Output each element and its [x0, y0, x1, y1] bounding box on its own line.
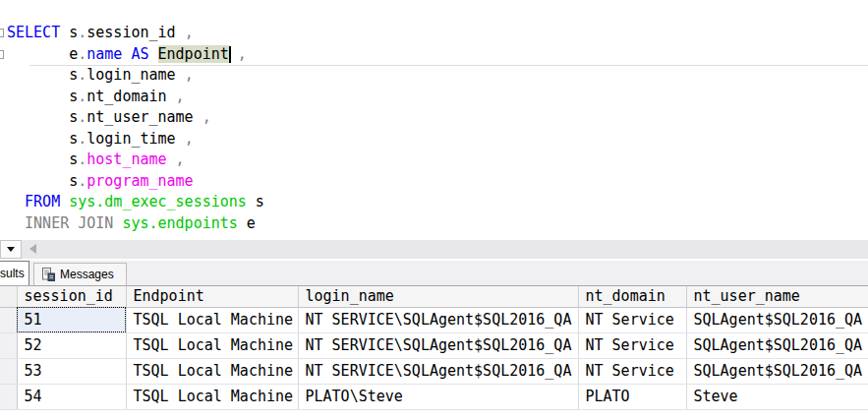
code-token: [7, 214, 25, 232]
code-token: .: [78, 24, 87, 41]
code-token: name: [87, 45, 122, 63]
code-token: s: [60, 24, 78, 41]
code-token: [167, 88, 176, 105]
tab-messages[interactable]: Messages: [33, 263, 127, 285]
code-line: s.host_name ,: [7, 150, 868, 171]
code-token: ,: [238, 45, 247, 63]
scroll-left-icon[interactable]: [29, 244, 36, 254]
tab-messages-label: Messages: [60, 268, 114, 281]
code-token: [167, 150, 176, 168]
row-header[interactable]: [0, 384, 17, 409]
grid-cell[interactable]: 51: [17, 307, 126, 332]
grid-cell[interactable]: PLATO\Steve: [298, 384, 578, 409]
code-token: FROM: [25, 193, 60, 210]
code-token: [60, 193, 69, 210]
grid-cell[interactable]: Steve: [686, 384, 868, 409]
tab-results-label: sults: [0, 267, 25, 280]
code-token: [176, 66, 185, 84]
code-token: SELECT: [7, 24, 60, 41]
scrollbar-dropdown-button[interactable]: [0, 240, 22, 259]
code-token: .: [78, 66, 87, 84]
grid-cell[interactable]: SQLAgent$SQL2016_QA: [686, 332, 868, 358]
grid-cell[interactable]: NT Service: [578, 307, 686, 332]
column-header-nt_user_name[interactable]: nt_user_name: [686, 286, 868, 307]
code-line: s.program_name: [7, 171, 868, 193]
grid-cell[interactable]: PLATO: [578, 384, 686, 409]
grid-cell[interactable]: NT SERVICE\SQLAgent$SQL2016_QA: [298, 307, 578, 332]
code-token: .: [78, 150, 87, 168]
code-token: login_time: [87, 130, 175, 148]
tab-results[interactable]: sults: [0, 261, 29, 285]
code-token: [176, 130, 185, 148]
grid-cell[interactable]: NT Service: [578, 358, 686, 384]
grid-cell[interactable]: TSQL Local Machine: [126, 332, 298, 358]
code-collapse-box[interactable]: [0, 50, 4, 59]
row-header[interactable]: [0, 332, 17, 358]
sql-editor[interactable]: SELECT s.session_id , e.name AS Endpoint…: [0, 0, 868, 240]
code-line: s.nt_user_name ,: [7, 107, 868, 129]
column-header-nt_domain[interactable]: nt_domain: [578, 286, 686, 307]
grid-cell[interactable]: 52: [17, 332, 126, 358]
code-token: sys.dm_exec_sessions: [69, 193, 247, 210]
code-token: ,: [203, 108, 211, 126]
code-token: host_name: [87, 150, 166, 168]
code-line: INNER JOIN sys.endpoints e: [7, 213, 868, 235]
code-line: FROM sys.dm_exec_sessions s: [7, 192, 868, 213]
statement-underline: [29, 65, 868, 66]
code-token: [7, 193, 25, 210]
grid-cell[interactable]: NT SERVICE\SQLAgent$SQL2016_QA: [298, 358, 578, 384]
grid-cell[interactable]: 53: [17, 358, 126, 384]
code-token: program_name: [87, 172, 193, 190]
code-collapse-box[interactable]: [0, 29, 4, 37]
column-header-session_id[interactable]: session_id: [17, 286, 126, 307]
grid-cell[interactable]: TSQL Local Machine: [126, 307, 298, 332]
grid-cell[interactable]: TSQL Local Machine: [126, 358, 298, 384]
code-token: [149, 45, 158, 63]
code-token: AS: [131, 45, 148, 63]
code-token: .: [78, 130, 87, 148]
code-token: nt_user_name: [87, 108, 193, 126]
code-token: session_id: [87, 24, 175, 41]
column-header-Endpoint[interactable]: Endpoint: [126, 286, 298, 307]
code-area[interactable]: SELECT s.session_id , e.name AS Endpoint…: [0, 0, 868, 234]
editor-horizontal-scrollbar[interactable]: [0, 240, 868, 259]
grid-cell[interactable]: NT Service: [578, 332, 686, 358]
code-token: ,: [185, 24, 194, 41]
grid-cell[interactable]: SQLAgent$SQL2016_QA: [686, 307, 868, 332]
grid-cell[interactable]: NT SERVICE\SQLAgent$SQL2016_QA: [298, 332, 578, 358]
code-token: [194, 108, 203, 126]
code-token: s: [7, 150, 78, 168]
triangle-down-icon: [7, 247, 15, 252]
code-token: e: [238, 214, 256, 232]
code-token: .: [78, 108, 87, 126]
ssms-query-window: SELECT s.session_id , e.name AS Endpoint…: [0, 0, 868, 420]
messages-icon: [41, 268, 55, 281]
code-token: ,: [176, 88, 185, 105]
code-line: s.nt_domain ,: [7, 87, 868, 108]
code-token: s: [7, 66, 78, 84]
code-token: s: [7, 172, 78, 190]
grid-cell[interactable]: 54: [17, 384, 126, 409]
results-tab-bar: sults Messages: [0, 261, 868, 285]
code-token: ,: [185, 66, 194, 84]
code-line: SELECT s.session_id ,: [7, 23, 868, 44]
code-token: [229, 45, 238, 63]
code-token: .: [78, 45, 87, 63]
code-line: s.login_name ,: [7, 65, 868, 87]
code-token: INNER JOIN: [25, 214, 113, 232]
code-token: login_name: [87, 66, 175, 84]
code-token: ,: [176, 150, 185, 168]
grid-cell[interactable]: TSQL Local Machine: [126, 384, 298, 409]
code-token: .: [78, 172, 87, 190]
code-line: e.name AS Endpoint ,: [7, 44, 868, 66]
column-header-login_name[interactable]: login_name: [298, 286, 578, 307]
results-grid: session_idEndpointlogin_nament_domainnt_…: [0, 285, 868, 420]
code-token: sys.endpoints: [122, 214, 237, 232]
row-header[interactable]: [0, 307, 17, 332]
results-table: session_idEndpointlogin_nament_domainnt_…: [0, 286, 868, 410]
grid-cell[interactable]: SQLAgent$SQL2016_QA: [686, 358, 868, 384]
code-token: nt_domain: [87, 88, 166, 105]
grid-corner[interactable]: [0, 286, 17, 307]
row-header[interactable]: [0, 358, 17, 384]
code-line: s.login_time ,: [7, 129, 868, 150]
